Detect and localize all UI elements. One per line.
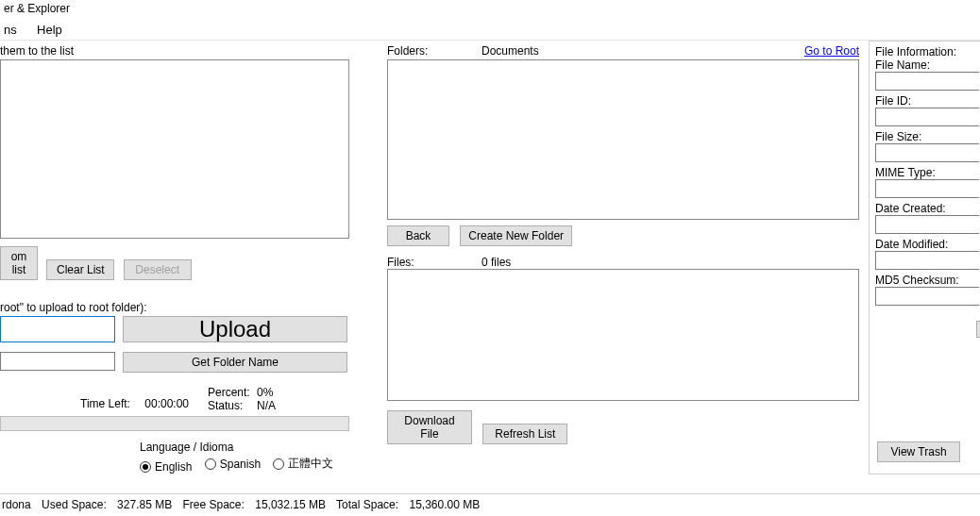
window-title: er & Explorer [0, 0, 980, 19]
files-count: 0 files [482, 256, 511, 269]
create-new-folder-button[interactable]: Create New Folder [460, 225, 572, 246]
explorer-panel: Folders: Documents Go to Root Back Creat… [387, 41, 859, 474]
file-list[interactable] [387, 269, 859, 401]
percent-label: Percent: [208, 386, 257, 399]
deselect-button: Deselect [124, 259, 192, 280]
language-radio-chinese[interactable]: 正體中文 [273, 456, 333, 472]
main-area: them to the list om list Clear List Dese… [0, 40, 980, 492]
folders-label: Folders: [387, 44, 482, 58]
menu-bar: ns Help [0, 19, 980, 40]
upload-panel: them to the list om list Clear List Dese… [0, 41, 354, 474]
file-size-label: File Size: [875, 130, 980, 143]
go-to-root-link[interactable]: Go to Root [804, 44, 859, 58]
file-name-field[interactable] [875, 72, 979, 91]
md5-field[interactable] [875, 287, 979, 306]
file-size-field[interactable] [875, 143, 979, 162]
status-value: N/A [257, 399, 276, 412]
clear-list-button[interactable]: Clear List [46, 259, 114, 280]
remove-from-list-button[interactable]: om list [0, 246, 38, 280]
upload-progress-bar [0, 416, 349, 431]
drop-hint-label: them to the list [0, 41, 354, 59]
files-label: Files: [387, 256, 482, 269]
upload-file-list[interactable] [0, 59, 349, 239]
file-info-panel: File Information: File Name: File ID: Fi… [869, 41, 980, 474]
menu-item-ns[interactable]: ns [2, 21, 26, 39]
md5-label: MD5 Checksum: [875, 274, 980, 287]
get-folder-name-button[interactable]: Get Folder Name [123, 352, 347, 373]
date-modified-field[interactable] [875, 251, 979, 270]
file-name-label: File Name: [875, 58, 980, 72]
folder-id-hint: root" to upload to root folder): [0, 301, 354, 314]
current-folder-name: Documents [482, 44, 804, 58]
file-id-field[interactable] [875, 108, 979, 126]
date-created-field[interactable] [875, 215, 979, 234]
language-radio-spanish[interactable]: Spanish [205, 458, 261, 471]
radio-label: Spanish [220, 458, 261, 471]
radio-icon [273, 458, 284, 470]
mime-type-label: MIME Type: [875, 166, 980, 179]
date-modified-label: Date Modified: [875, 238, 980, 251]
folder-list[interactable] [387, 59, 859, 220]
radio-icon [140, 461, 151, 473]
status-label: Status: [208, 399, 257, 412]
unknown-truncated-button[interactable] [976, 321, 980, 338]
radio-label: 正體中文 [288, 456, 333, 472]
time-left-label: Time Left: [80, 397, 130, 410]
language-group-label: Language / Idioma [140, 441, 354, 454]
radio-label: English [155, 460, 192, 474]
language-radio-english[interactable]: English [140, 460, 192, 474]
date-created-label: Date Created: [875, 202, 980, 215]
upload-button[interactable]: Upload [123, 316, 347, 342]
refresh-list-button[interactable]: Refresh List [482, 424, 567, 444]
download-file-button[interactable]: Download File [387, 410, 472, 444]
back-button[interactable]: Back [387, 225, 449, 246]
file-id-label: File ID: [875, 94, 980, 108]
radio-icon [205, 458, 216, 470]
folder-id-input[interactable] [0, 316, 115, 342]
mime-type-field[interactable] [875, 179, 979, 198]
folder-name-output[interactable] [0, 352, 115, 371]
percent-value: 0% [257, 386, 273, 399]
file-info-group-label: File Information: [875, 45, 980, 58]
view-trash-button[interactable]: View Trash [877, 441, 960, 462]
menu-item-help[interactable]: Help [35, 21, 72, 39]
time-left-value: 00:00:00 [144, 397, 189, 410]
